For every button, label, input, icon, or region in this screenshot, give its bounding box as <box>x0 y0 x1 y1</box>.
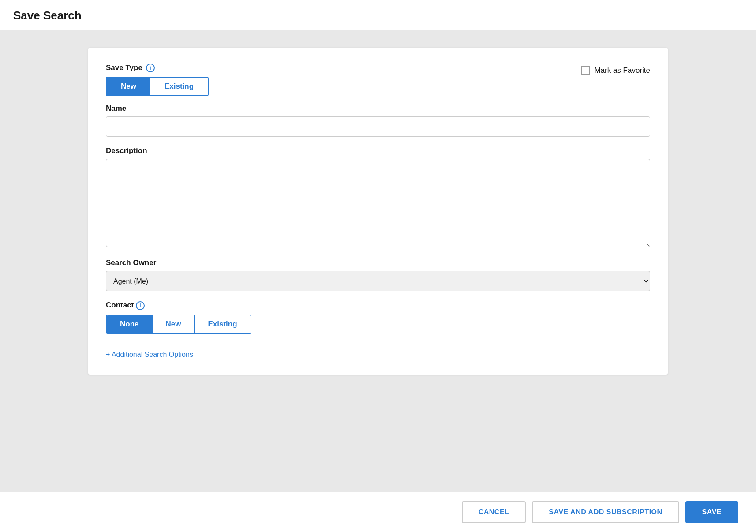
search-owner-field-container: Search Owner Agent (Me) <box>106 259 650 291</box>
favorite-section: Mark as Favorite <box>581 66 650 75</box>
save-type-existing-button[interactable]: Existing <box>150 78 208 95</box>
contact-field-container: Contact i None New Existing <box>106 301 650 334</box>
save-type-label: Save Type i <box>106 64 209 72</box>
dialog-card: Save Type i New Existing Mark as Favorit… <box>88 48 668 375</box>
page-title: Save Search <box>13 9 743 22</box>
contact-new-button[interactable]: New <box>153 315 195 333</box>
contact-none-button[interactable]: None <box>107 315 153 333</box>
description-label: Description <box>106 146 650 155</box>
contact-info-icon[interactable]: i <box>136 301 145 310</box>
save-type-new-button[interactable]: New <box>107 78 150 95</box>
mark-as-favorite-checkbox[interactable] <box>581 66 590 75</box>
save-and-add-subscription-button[interactable]: SAVE AND ADD SUBSCRIPTION <box>532 501 679 523</box>
additional-search-options-link[interactable]: + Additional Search Options <box>106 351 193 359</box>
page-body: Save Type i New Existing Mark as Favorit… <box>0 30 756 492</box>
save-button[interactable]: SAVE <box>685 501 738 523</box>
description-field-container: Description <box>106 146 650 249</box>
cancel-button[interactable]: CANCEL <box>462 501 526 523</box>
name-label: Name <box>106 104 650 113</box>
search-owner-select[interactable]: Agent (Me) <box>106 271 650 291</box>
search-owner-label: Search Owner <box>106 259 650 267</box>
page-footer: CANCEL SAVE AND ADD SUBSCRIPTION SAVE <box>0 492 756 532</box>
description-input[interactable] <box>106 159 650 247</box>
name-field-container: Name <box>106 104 650 137</box>
contact-toggle-group: None New Existing <box>106 315 251 334</box>
form-row-header: Save Type i New Existing Mark as Favorit… <box>106 64 650 96</box>
save-type-section: Save Type i New Existing <box>106 64 209 96</box>
contact-existing-button[interactable]: Existing <box>195 315 250 333</box>
save-type-toggle-group: New Existing <box>106 77 209 96</box>
mark-as-favorite-label[interactable]: Mark as Favorite <box>594 66 650 75</box>
save-type-info-icon[interactable]: i <box>146 64 155 72</box>
name-input[interactable] <box>106 116 650 137</box>
contact-label: Contact i <box>106 301 650 310</box>
page-header: Save Search <box>0 0 756 30</box>
